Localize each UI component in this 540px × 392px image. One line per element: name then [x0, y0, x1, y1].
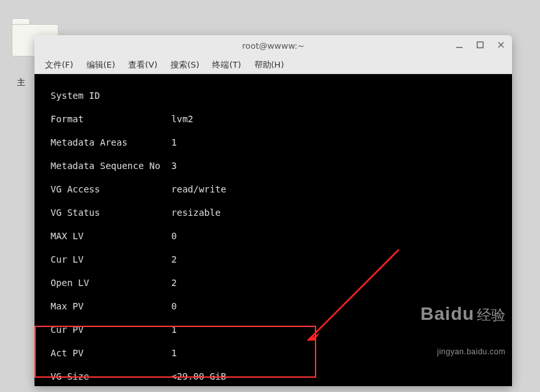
menu-edit[interactable]: 编辑(E)	[81, 57, 120, 73]
terminal-line: VG Status resizable	[40, 207, 507, 218]
menu-help[interactable]: 帮助(H)	[249, 57, 290, 73]
terminal-line: Cur LV 2	[40, 254, 507, 265]
svg-rect-1	[478, 42, 483, 48]
terminal-line: Act PV 1	[40, 347, 507, 359]
maximize-button[interactable]	[474, 39, 486, 51]
menubar: 文件(F) 编辑(E) 查看(V) 搜索(S) 终端(T) 帮助(H)	[34, 56, 512, 74]
terminal-line: VG Access read/write	[40, 183, 507, 195]
minimize-button[interactable]	[453, 39, 465, 51]
terminal-line: Metadata Areas 1	[40, 137, 507, 148]
menu-file[interactable]: 文件(F)	[40, 57, 79, 73]
desktop-folder-label: 主	[17, 77, 25, 88]
menu-search[interactable]: 搜索(S)	[165, 57, 204, 73]
terminal-line: Metadata Sequence No 3	[40, 160, 507, 172]
window-title: root@wwww:~	[242, 41, 304, 51]
close-button[interactable]	[495, 39, 507, 51]
menu-terminal[interactable]: 终端(T)	[207, 57, 246, 73]
terminal-line: Max PV 0	[40, 300, 507, 312]
terminal-line: Open LV 2	[40, 277, 507, 289]
terminal-line: Format lvm2	[40, 113, 507, 125]
menu-view[interactable]: 查看(V)	[123, 57, 163, 73]
window-titlebar: root@wwww:~	[34, 35, 512, 56]
window-controls	[453, 39, 507, 51]
terminal-line: MAX LV 0	[40, 230, 507, 242]
terminal-window: root@wwww:~ 文件(F) 编辑(E) 查看(V) 搜索(S) 终端(T…	[34, 35, 512, 386]
terminal-content[interactable]: System ID Format lvm2 Metadata Areas 1 M…	[34, 74, 512, 386]
terminal-line: VG Size <29.00 GiB	[40, 371, 507, 382]
terminal-line: Cur PV 1	[40, 324, 507, 335]
terminal-line: System ID	[40, 90, 507, 101]
